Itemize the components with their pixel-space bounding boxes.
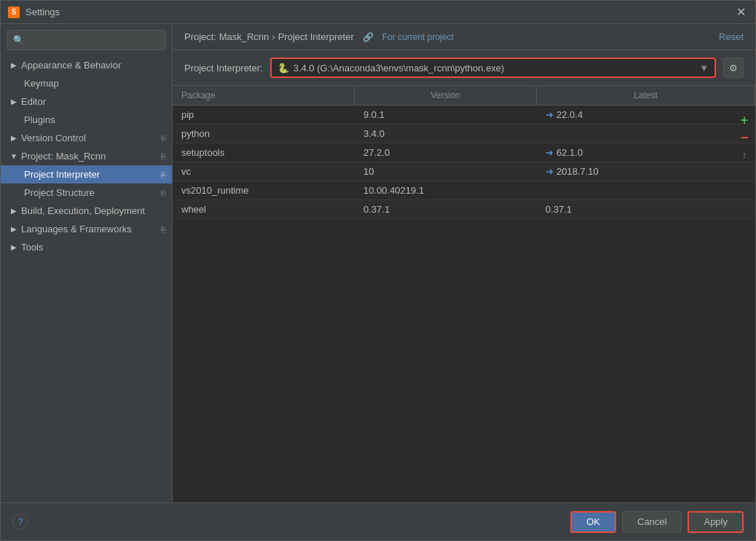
search-box[interactable]: 🔍 (7, 30, 166, 50)
for-current-project: 🔗 (363, 32, 374, 42)
package-version: 10.00.40219.1 (355, 181, 537, 200)
sidebar-item-editor[interactable]: ▶ Editor (1, 92, 172, 111)
copy-icon: ⎘ (161, 170, 166, 179)
arrow-icon: ▶ (9, 98, 18, 106)
update-arrow-icon: ➜ (546, 166, 554, 177)
sidebar-item-keymap[interactable]: Keymap (1, 74, 172, 92)
table-row[interactable]: python 3.4.0 (173, 125, 755, 143)
sidebar-item-label: Appearance & Behavior (21, 60, 121, 71)
cancel-button[interactable]: Cancel (622, 511, 682, 533)
sidebar-item-label: Build, Execution, Deployment (21, 205, 145, 216)
col-package: Package (173, 86, 355, 105)
arrow-icon: ▼ (9, 152, 18, 161)
copy-icon: ⎘ (161, 225, 166, 234)
package-name: python (173, 125, 355, 143)
package-version: 0.37.1 (355, 200, 537, 218)
sidebar-item-version-control[interactable]: ▶ Version Control ⎘ (1, 129, 172, 147)
sidebar-item-label: Project: Mask_Rcnn (21, 151, 106, 162)
sidebar-item-label: Editor (21, 96, 46, 107)
search-icon: 🔍 (13, 35, 24, 45)
breadcrumb-sep: › (272, 31, 275, 42)
sidebar-item-label: Project Structure (24, 187, 95, 198)
col-latest: Latest (537, 86, 755, 105)
sidebar-item-label: Project Interpreter (24, 169, 100, 180)
window-title: Settings (25, 7, 733, 17)
sidebar-item-tools[interactable]: ▶ Tools (1, 238, 172, 256)
sidebar-item-label: Version Control (21, 133, 86, 143)
sidebar-item-project[interactable]: ▼ Project: Mask_Rcnn ⎘ (1, 147, 172, 165)
sidebar-item-project-structure[interactable]: Project Structure ⎘ (1, 183, 172, 202)
sidebar: 🔍 ▶ Appearance & Behavior Keymap ▶ Edito… (1, 24, 173, 502)
table-row[interactable]: setuptools 27.2.0 ➜62.1.0 (173, 143, 755, 162)
package-name: vc (173, 162, 355, 181)
search-input[interactable] (28, 35, 160, 46)
package-latest (537, 125, 755, 143)
sidebar-item-label: Keymap (24, 78, 59, 89)
remove-package-button[interactable]: − (736, 130, 752, 146)
panel-header: Project: Mask_Rcnn › Project Interpreter… (173, 24, 755, 50)
copy-icon: ⎘ (161, 189, 166, 197)
arrow-icon: ▶ (9, 207, 18, 216)
col-version: Version (355, 86, 537, 105)
table-row[interactable]: wheel 0.37.1 0.37.1 (173, 200, 755, 219)
package-version: 27.2.0 (355, 143, 537, 162)
table-row[interactable]: vs2010_runtime 10.00.40219.1 (173, 181, 755, 200)
sidebar-item-languages[interactable]: ▶ Languages & Frameworks ⎘ (1, 220, 172, 238)
bottom-bar: ? OK Cancel Apply (1, 502, 755, 540)
python-icon: 🐍 (277, 63, 289, 74)
upgrade-package-button[interactable]: ↑ (736, 147, 752, 163)
breadcrumb: Project: Mask_Rcnn › Project Interpreter… (184, 31, 454, 42)
arrow-icon: ▶ (9, 61, 18, 70)
package-name: wheel (173, 200, 355, 218)
package-version: 9.0.1 (355, 106, 537, 124)
package-latest: 0.37.1 (537, 200, 755, 218)
sidebar-items: ▶ Appearance & Behavior Keymap ▶ Editor … (1, 56, 172, 502)
package-latest (537, 181, 755, 200)
sidebar-item-label: Languages & Frameworks (21, 224, 132, 234)
for-project-label: For current project (382, 32, 454, 42)
interpreter-label: Project Interpreter: (184, 63, 263, 74)
package-name: setuptools (173, 143, 355, 162)
table-row[interactable]: vc 10 ➜2018.7.10 (173, 162, 755, 181)
app-icon: S (8, 7, 20, 18)
sidebar-item-label: Plugins (24, 114, 55, 125)
arrow-icon: ▶ (9, 243, 18, 252)
package-latest: ➜2018.7.10 (537, 162, 755, 181)
reset-button[interactable]: Reset (719, 31, 744, 42)
add-package-button[interactable]: + (736, 112, 752, 128)
table-header: Package Version Latest (173, 86, 755, 106)
main-content: 🔍 ▶ Appearance & Behavior Keymap ▶ Edito… (1, 24, 755, 502)
arrow-icon: ▶ (9, 225, 18, 234)
interpreter-row: Project Interpreter: 🐍 3.4.0 (G:\Anacond… (173, 50, 755, 86)
sidebar-item-plugins[interactable]: Plugins (1, 111, 172, 129)
right-panel: Project: Mask_Rcnn › Project Interpreter… (173, 24, 755, 502)
help-button[interactable]: ? (12, 514, 28, 530)
update-arrow-icon: ➜ (546, 109, 554, 120)
ok-button[interactable]: OK (570, 511, 616, 533)
interpreter-value: 3.4.0 (G:\Anaconda3\envs\mask_rcnn\pytho… (294, 63, 505, 74)
title-bar: S Settings ✕ (1, 1, 755, 24)
sidebar-item-project-interpreter[interactable]: Project Interpreter ⎘ (1, 165, 172, 183)
table-row[interactable]: pip 9.0.1 ➜22.0.4 (173, 106, 755, 125)
apply-button[interactable]: Apply (688, 511, 744, 533)
packages-table-body: pip 9.0.1 ➜22.0.4 python 3.4.0 setuptool… (173, 106, 755, 502)
package-latest: ➜22.0.4 (537, 106, 755, 124)
sidebar-item-build[interactable]: ▶ Build, Execution, Deployment (1, 202, 172, 220)
package-name: vs2010_runtime (173, 181, 355, 200)
settings-window: S Settings ✕ 🔍 ▶ Appearance & Behavior K… (0, 0, 756, 541)
interpreter-settings-button[interactable]: ⚙ (723, 58, 744, 78)
package-name: pip (173, 106, 355, 124)
gear-icon: ⚙ (729, 63, 738, 74)
dropdown-arrow-icon: ▼ (699, 63, 709, 74)
package-version: 10 (355, 162, 537, 181)
copy-icon: ⎘ (161, 152, 166, 161)
close-button[interactable]: ✕ (733, 5, 748, 20)
packages-area: Package Version Latest pip 9.0.1 ➜22.0.4… (173, 86, 755, 502)
package-latest: ➜62.1.0 (537, 143, 755, 162)
side-actions: + − ↑ (733, 109, 755, 166)
interpreter-select[interactable]: 🐍 3.4.0 (G:\Anaconda3\envs\mask_rcnn\pyt… (270, 58, 716, 78)
package-version: 3.4.0 (355, 125, 537, 143)
breadcrumb-project: Project: Mask_Rcnn (184, 31, 269, 42)
sidebar-item-appearance[interactable]: ▶ Appearance & Behavior (1, 56, 172, 74)
update-arrow-icon: ➜ (546, 147, 554, 158)
